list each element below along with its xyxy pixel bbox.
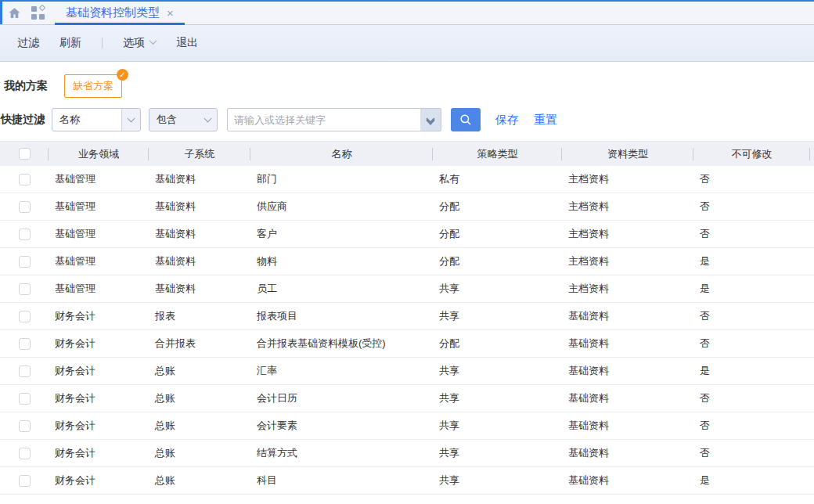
table-cell: 共享 bbox=[433, 364, 562, 378]
table-cell: 会计日历 bbox=[250, 391, 433, 405]
table-cell: 主档资料 bbox=[562, 254, 693, 268]
table-row[interactable]: 基础管理基础资料部门私有主档资料否 bbox=[0, 166, 814, 193]
table-cell: 主档资料 bbox=[562, 172, 693, 186]
table-cell: 共享 bbox=[433, 473, 562, 488]
table-row[interactable]: 财务会计总账会计日历共享基础资料否 bbox=[0, 385, 814, 412]
default-scheme-button[interactable]: 缺省方案 ✓ bbox=[64, 74, 122, 98]
row-checkbox-cell bbox=[0, 275, 49, 302]
table-row[interactable]: 财务会计总账结算方式共享基础资料否 bbox=[0, 440, 814, 467]
chevron-down-icon bbox=[204, 114, 211, 122]
row-checkbox-cell bbox=[0, 248, 49, 275]
filter-field-select[interactable]: 名称 bbox=[52, 108, 141, 131]
scheme-row: 我的方案 缺省方案 ✓ bbox=[4, 75, 814, 96]
table-row[interactable]: 基础管理基础资料物料分配主档资料是 bbox=[0, 248, 814, 275]
table-cell: 否 bbox=[693, 172, 810, 186]
table-cell: 否 bbox=[693, 419, 810, 433]
table-cell: 供应商 bbox=[250, 200, 433, 214]
filter-operator-select[interactable]: 包含 bbox=[149, 108, 218, 131]
table-cell: 分配 bbox=[433, 200, 562, 214]
select-all-checkbox[interactable] bbox=[19, 148, 31, 160]
home-icon[interactable] bbox=[5, 4, 23, 23]
row-checkbox[interactable] bbox=[19, 365, 31, 377]
table-cell: 部门 bbox=[250, 172, 433, 186]
keyword-input[interactable] bbox=[228, 109, 420, 131]
filter-button[interactable]: 过滤 bbox=[17, 36, 39, 50]
row-checkbox[interactable] bbox=[19, 174, 31, 185]
table-cell: 财务会计 bbox=[49, 446, 149, 460]
table-cell: 基础资料 bbox=[562, 473, 693, 488]
table-cell: 财务会计 bbox=[49, 337, 149, 351]
row-checkbox-cell bbox=[0, 303, 49, 329]
table-cell: 是 bbox=[693, 282, 810, 296]
table-cell: 财务会计 bbox=[49, 309, 149, 323]
filter-operator-value: 包含 bbox=[149, 113, 198, 127]
table-header-cell: 名称 bbox=[250, 142, 433, 166]
keyword-dropdown-toggle[interactable] bbox=[420, 109, 441, 131]
table-cell: 是 bbox=[693, 364, 810, 378]
table-row[interactable]: 财务会计报表报表项目共享基础资料否 bbox=[0, 303, 814, 330]
table-cell: 私有 bbox=[433, 172, 562, 186]
table-cell: 财务会计 bbox=[49, 419, 149, 433]
table-row[interactable]: 基础管理基础资料员工共享主档资料是 bbox=[0, 275, 814, 303]
options-button[interactable]: 选项 bbox=[123, 36, 156, 50]
table-row[interactable]: 财务会计合并报表合并报表基础资料模板(受控)分配基础资料否 bbox=[0, 330, 814, 358]
search-button[interactable] bbox=[451, 108, 481, 131]
table-cell: 共享 bbox=[433, 419, 562, 433]
row-checkbox[interactable] bbox=[19, 420, 31, 432]
table-cell: 是 bbox=[693, 473, 810, 488]
table-cell: 否 bbox=[693, 200, 810, 214]
row-checkbox[interactable] bbox=[19, 475, 31, 487]
table-header-filler bbox=[810, 142, 814, 166]
row-checkbox[interactable] bbox=[19, 283, 31, 295]
table-row[interactable]: 基础管理基础资料客户分配主档资料否 bbox=[0, 221, 814, 248]
table-header: 业务领域子系统名称策略类型资料类型不可修改 bbox=[0, 141, 814, 166]
table-cell: 基础资料 bbox=[562, 391, 693, 405]
table-cell: 否 bbox=[693, 309, 810, 323]
quick-filter-row: 快捷过滤 名称 包含 保存 重置 bbox=[0, 108, 814, 131]
row-checkbox-cell bbox=[0, 467, 49, 494]
table-cell: 报表 bbox=[149, 309, 250, 323]
search-icon bbox=[459, 113, 473, 127]
table-row[interactable]: 财务会计总账汇率共享基础资料是 bbox=[0, 358, 814, 385]
row-checkbox-cell bbox=[0, 412, 49, 439]
table-cell: 共享 bbox=[433, 309, 562, 323]
filter-operator-chevron bbox=[198, 109, 217, 131]
table-cell: 总账 bbox=[149, 419, 250, 433]
row-checkbox-cell bbox=[0, 440, 49, 466]
refresh-button[interactable]: 刷新 bbox=[59, 36, 81, 50]
toolbar-divider bbox=[102, 38, 103, 49]
table-cell: 是 bbox=[693, 254, 810, 268]
toolbar: 过滤 刷新 选项 退出 bbox=[0, 25, 814, 62]
save-link[interactable]: 保存 bbox=[495, 113, 519, 128]
table-cell: 否 bbox=[693, 337, 810, 351]
reset-link[interactable]: 重置 bbox=[534, 113, 557, 128]
table-cell: 基础资料 bbox=[562, 419, 693, 433]
tab-close-icon[interactable]: × bbox=[167, 7, 174, 19]
table-cell: 科目 bbox=[250, 473, 433, 488]
row-checkbox[interactable] bbox=[19, 393, 31, 405]
table-row[interactable]: 财务会计总账科目共享基础资料是 bbox=[0, 467, 814, 495]
row-checkbox[interactable] bbox=[19, 448, 31, 459]
default-scheme-label: 缺省方案 bbox=[73, 80, 113, 92]
row-checkbox[interactable] bbox=[19, 201, 31, 213]
tab-basic-data-control-type[interactable]: 基础资料控制类型 × bbox=[55, 2, 185, 24]
table-cell: 汇率 bbox=[250, 364, 433, 378]
table-cell: 报表项目 bbox=[250, 309, 433, 323]
row-checkbox[interactable] bbox=[19, 256, 31, 268]
table-cell: 否 bbox=[693, 227, 810, 241]
table-cell: 主档资料 bbox=[562, 282, 693, 296]
table-cell: 基础资料 bbox=[562, 364, 693, 378]
row-checkbox-cell bbox=[0, 193, 49, 220]
row-checkbox[interactable] bbox=[19, 338, 31, 350]
row-checkbox[interactable] bbox=[19, 311, 31, 322]
table-cell: 合并报表 bbox=[149, 337, 250, 351]
quick-filter-label: 快捷过滤 bbox=[0, 113, 45, 127]
table-header-cell: 策略类型 bbox=[433, 142, 562, 166]
row-checkbox[interactable] bbox=[19, 229, 31, 240]
table-cell: 基础管理 bbox=[49, 282, 149, 296]
table-cell: 基础资料 bbox=[149, 172, 250, 186]
table-row[interactable]: 基础管理基础资料供应商分配主档资料否 bbox=[0, 193, 814, 221]
apps-grid-icon[interactable] bbox=[28, 4, 47, 23]
exit-button[interactable]: 退出 bbox=[176, 36, 198, 50]
table-row[interactable]: 财务会计总账会计要素共享基础资料否 bbox=[0, 412, 814, 440]
